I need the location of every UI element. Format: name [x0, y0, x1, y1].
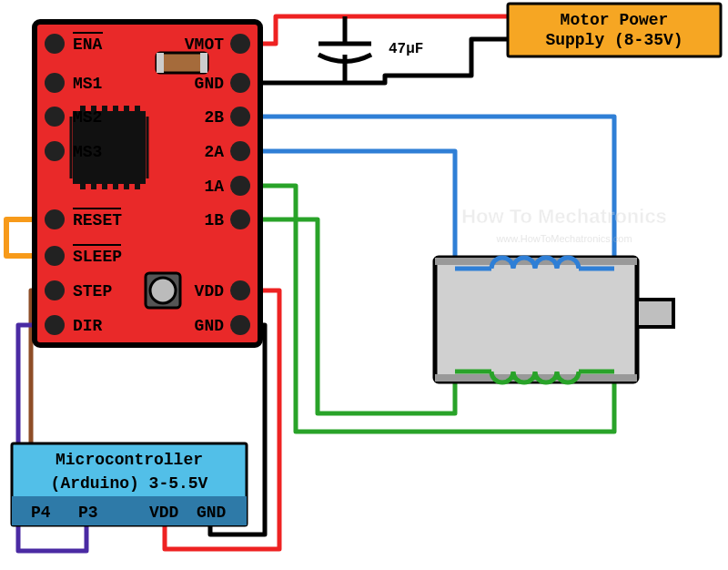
pin-label-2a: 2A — [204, 143, 224, 161]
svg-rect-23 — [113, 106, 118, 111]
pin-label-gnd1: GND — [195, 75, 225, 93]
pin-label-ena: ENA — [73, 36, 103, 54]
pin-label-ms1: MS1 — [73, 75, 103, 93]
mcu-pin-gnd: GND — [197, 504, 227, 522]
svg-point-3 — [45, 107, 65, 127]
svg-rect-22 — [102, 106, 107, 111]
driver-resistor — [157, 53, 207, 73]
pin-label-sleep: SLEEP — [73, 248, 122, 266]
svg-point-7 — [45, 280, 65, 300]
svg-point-9 — [230, 34, 250, 54]
svg-point-15 — [230, 280, 250, 300]
capacitor-label: 47µF — [389, 41, 423, 57]
pin-label-step: STEP — [73, 282, 112, 300]
pin-label-ms2: MS2 — [73, 108, 102, 127]
svg-point-11 — [230, 107, 250, 127]
pin-label-2b: 2B — [204, 108, 224, 127]
mcu-pin-vdd: VDD — [149, 504, 179, 522]
wire-gnd-psu — [248, 39, 508, 83]
svg-rect-26 — [80, 184, 86, 189]
power-supply: Motor Power Supply (8-35V) — [508, 4, 721, 56]
driver-right-pads — [230, 34, 250, 335]
svg-rect-31 — [135, 184, 140, 189]
watermark-logo: How To Mechatronics — [461, 205, 667, 228]
watermark: How To Mechatronics www.HowToMechatronic… — [461, 205, 667, 244]
svg-rect-25 — [135, 106, 140, 111]
svg-rect-27 — [91, 184, 96, 189]
pin-label-1b: 1B — [204, 211, 224, 229]
svg-point-4 — [45, 141, 65, 161]
driver-board: ENA MS1 MS2 MS3 RESET SLEEP STEP DIR VMO… — [35, 22, 260, 345]
pin-label-vdd: VDD — [195, 282, 225, 300]
svg-rect-29 — [113, 184, 118, 189]
stepper-motor — [435, 258, 673, 382]
pin-label-gnd2: GND — [195, 317, 225, 335]
svg-rect-34 — [200, 53, 207, 73]
mcu-pin-p4: P4 — [31, 504, 51, 522]
watermark-url: www.HowToMechatronics.com — [495, 233, 632, 244]
wire-2a — [248, 151, 455, 261]
capacitor: 47µF — [318, 41, 423, 62]
svg-rect-28 — [102, 184, 107, 189]
svg-point-1 — [45, 34, 65, 54]
pin-label-ms3: MS3 — [73, 143, 102, 161]
driver-pot — [146, 273, 180, 308]
svg-rect-24 — [124, 106, 129, 111]
svg-point-13 — [230, 176, 250, 196]
svg-rect-32 — [157, 53, 207, 73]
svg-point-14 — [230, 209, 250, 229]
svg-point-2 — [45, 73, 65, 93]
svg-point-6 — [45, 246, 65, 266]
mcu-title: Microcontroller — [56, 451, 203, 469]
svg-rect-44 — [637, 300, 673, 327]
psu-label-line1: Motor Power — [561, 11, 669, 29]
pin-label-1a: 1A — [204, 178, 224, 196]
pin-label-reset: RESET — [73, 211, 122, 229]
svg-point-10 — [230, 73, 250, 93]
svg-rect-30 — [124, 184, 129, 189]
mcu-pin-p3: P3 — [78, 504, 98, 522]
psu-label-line2: Supply (8-35V) — [545, 31, 682, 49]
svg-point-16 — [230, 315, 250, 335]
mcu-subtitle: (Arduino) 3-5.5V — [51, 474, 208, 493]
svg-point-12 — [230, 141, 250, 161]
svg-point-5 — [45, 209, 65, 229]
svg-rect-41 — [435, 258, 637, 382]
microcontroller: Microcontroller (Arduino) 3-5.5V P4 P3 V… — [12, 443, 247, 525]
svg-point-36 — [150, 278, 176, 303]
pin-label-dir: DIR — [73, 317, 103, 335]
svg-point-8 — [45, 315, 65, 335]
pin-label-vmot: VMOT — [185, 36, 224, 54]
svg-rect-33 — [157, 53, 164, 73]
